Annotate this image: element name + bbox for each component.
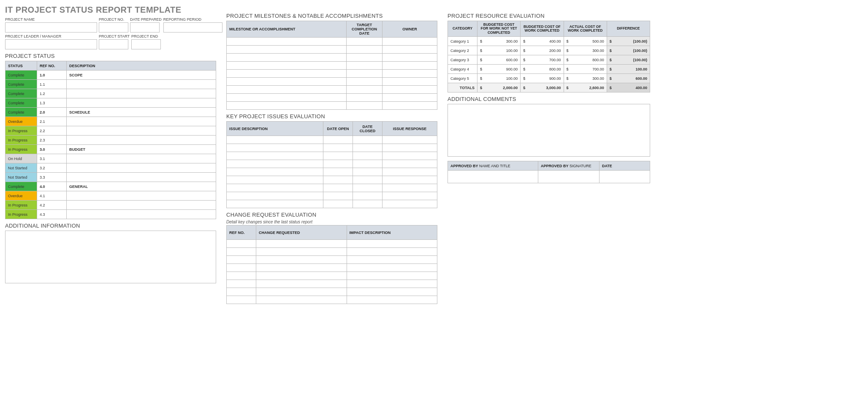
additional-info-box[interactable] — [5, 231, 216, 283]
table-cell[interactable] — [256, 256, 347, 264]
table-cell[interactable] — [353, 152, 382, 160]
desc-cell[interactable]: BUDGET — [67, 145, 216, 154]
table-cell[interactable] — [227, 78, 347, 86]
table-cell[interactable] — [382, 184, 437, 192]
table-cell[interactable] — [353, 144, 382, 152]
table-cell[interactable] — [382, 192, 437, 200]
table-cell[interactable] — [382, 102, 437, 110]
table-cell[interactable] — [227, 272, 256, 280]
table-cell[interactable] — [347, 248, 437, 256]
table-cell[interactable] — [227, 160, 323, 168]
table-cell[interactable] — [382, 62, 437, 70]
desc-cell[interactable]: SCOPE — [67, 71, 216, 80]
table-cell[interactable] — [353, 200, 382, 208]
desc-cell[interactable] — [67, 126, 216, 136]
status-cell[interactable]: Overdue — [5, 117, 37, 126]
status-cell[interactable]: Complete — [5, 108, 37, 117]
status-cell[interactable]: In Progress — [5, 210, 37, 219]
table-cell[interactable] — [347, 240, 437, 248]
table-cell[interactable] — [382, 168, 437, 176]
status-cell[interactable]: Complete — [5, 98, 37, 108]
table-cell[interactable] — [323, 168, 353, 176]
table-cell[interactable] — [256, 272, 347, 280]
table-cell[interactable] — [382, 160, 437, 168]
table-cell[interactable] — [347, 46, 382, 54]
status-cell[interactable]: Complete — [5, 89, 37, 98]
table-cell[interactable] — [323, 192, 353, 200]
desc-cell[interactable] — [67, 191, 216, 201]
table-cell[interactable] — [353, 136, 382, 144]
table-cell[interactable] — [382, 152, 437, 160]
table-cell[interactable] — [347, 62, 382, 70]
table-cell[interactable] — [227, 176, 323, 184]
table-cell[interactable] — [347, 86, 382, 94]
table-cell[interactable] — [347, 288, 437, 296]
table-cell[interactable] — [227, 144, 323, 152]
desc-cell[interactable] — [67, 80, 216, 89]
table-cell[interactable] — [227, 46, 347, 54]
desc-cell[interactable] — [67, 136, 216, 145]
table-cell[interactable] — [323, 200, 353, 208]
table-cell[interactable] — [382, 86, 437, 94]
status-cell[interactable]: In Progress — [5, 145, 37, 154]
table-cell[interactable] — [256, 288, 347, 296]
status-cell[interactable]: Complete — [5, 182, 37, 191]
table-cell[interactable] — [227, 136, 323, 144]
table-cell[interactable] — [347, 70, 382, 78]
approved-by-signature-cell[interactable] — [538, 171, 599, 183]
project-name-input[interactable] — [5, 22, 97, 33]
desc-cell[interactable] — [67, 117, 216, 126]
project-start-input[interactable] — [99, 39, 128, 49]
status-cell[interactable]: Overdue — [5, 191, 37, 201]
desc-cell[interactable]: SCHEDULE — [67, 108, 216, 117]
table-cell[interactable] — [227, 86, 347, 94]
status-cell[interactable]: Complete — [5, 71, 37, 80]
table-cell[interactable] — [382, 46, 437, 54]
table-cell[interactable] — [227, 152, 323, 160]
desc-cell[interactable] — [67, 98, 216, 108]
table-cell[interactable] — [323, 144, 353, 152]
table-cell[interactable] — [382, 70, 437, 78]
comments-box[interactable] — [448, 104, 650, 157]
table-cell[interactable] — [353, 168, 382, 176]
table-cell[interactable] — [382, 38, 437, 46]
table-cell[interactable] — [227, 280, 256, 288]
table-cell[interactable] — [256, 296, 347, 304]
desc-cell[interactable] — [67, 163, 216, 173]
table-cell[interactable] — [227, 54, 347, 62]
status-cell[interactable]: Not Started — [5, 173, 37, 182]
table-cell[interactable] — [227, 192, 323, 200]
table-cell[interactable] — [227, 248, 256, 256]
table-cell[interactable] — [347, 280, 437, 288]
approval-date-cell[interactable] — [599, 171, 650, 183]
table-cell[interactable] — [227, 240, 256, 248]
table-cell[interactable] — [227, 62, 347, 70]
status-cell[interactable]: In Progress — [5, 201, 37, 210]
desc-cell[interactable]: GENERAL — [67, 182, 216, 191]
desc-cell[interactable] — [67, 89, 216, 98]
desc-cell[interactable] — [67, 154, 216, 163]
table-cell[interactable] — [323, 160, 353, 168]
status-cell[interactable]: On Hold — [5, 154, 37, 163]
table-cell[interactable] — [347, 264, 437, 272]
status-cell[interactable]: Complete — [5, 80, 37, 89]
desc-cell[interactable] — [67, 210, 216, 219]
table-cell[interactable] — [347, 256, 437, 264]
project-no-input[interactable] — [99, 22, 128, 33]
table-cell[interactable] — [353, 160, 382, 168]
table-cell[interactable] — [347, 94, 382, 102]
project-end-input[interactable] — [131, 39, 161, 49]
table-cell[interactable] — [382, 176, 437, 184]
table-cell[interactable] — [227, 94, 347, 102]
table-cell[interactable] — [256, 264, 347, 272]
table-cell[interactable] — [382, 144, 437, 152]
table-cell[interactable] — [227, 184, 323, 192]
table-cell[interactable] — [256, 280, 347, 288]
status-cell[interactable]: In Progress — [5, 136, 37, 145]
table-cell[interactable] — [323, 136, 353, 144]
table-cell[interactable] — [227, 70, 347, 78]
table-cell[interactable] — [382, 78, 437, 86]
table-cell[interactable] — [382, 200, 437, 208]
table-cell[interactable] — [227, 38, 347, 46]
table-cell[interactable] — [347, 272, 437, 280]
